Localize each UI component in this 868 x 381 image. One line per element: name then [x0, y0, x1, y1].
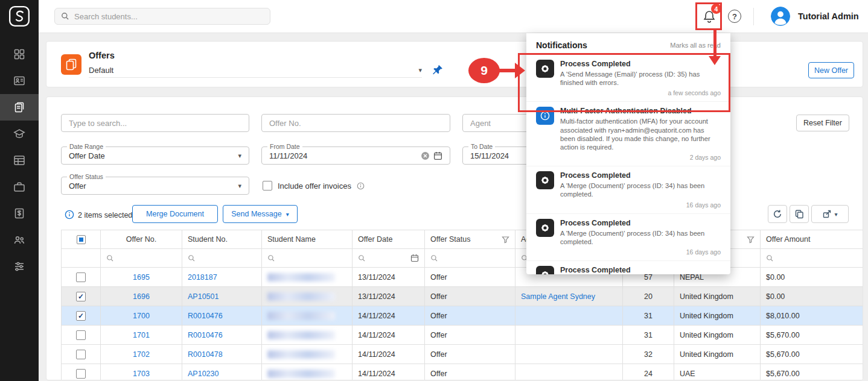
col-student-no[interactable]: Student No.	[182, 230, 262, 248]
topbar-divider	[753, 8, 754, 25]
sidebar-item-courses[interactable]	[0, 121, 39, 147]
col-offer-amount[interactable]: Offer Amount	[761, 230, 863, 248]
cell-agent[interactable]: Sample Agent Sydney	[515, 287, 623, 306]
cell-student-name	[262, 306, 353, 325]
date-range-label: Date Range	[67, 143, 106, 150]
cell-offer-no[interactable]: 1700	[101, 306, 182, 325]
search-icon	[106, 254, 114, 262]
cell-student-no[interactable]: AP10230	[182, 364, 262, 380]
offer-status-value: Offer	[69, 181, 234, 190]
calendar-icon[interactable]	[433, 151, 442, 160]
notification-item[interactable]: Process Completed A 'Merge (Document)' p…	[526, 214, 730, 261]
export-button[interactable]: ▾	[811, 205, 849, 223]
cell-offer-no[interactable]: 1695	[101, 268, 182, 286]
sidebar-item-reports[interactable]	[0, 147, 39, 174]
sidebar-item-students[interactable]	[0, 68, 39, 94]
cell-count: 32	[623, 345, 674, 364]
redacted-student-name	[267, 273, 335, 282]
filter-student-name[interactable]	[262, 249, 353, 267]
cell-count: 24	[623, 364, 674, 380]
info-icon	[357, 182, 365, 190]
new-offer-button[interactable]: New Offer	[808, 62, 854, 78]
sidebar-item-settings[interactable]	[0, 253, 39, 280]
row-checkbox[interactable]	[76, 272, 86, 282]
sidebar-item-finance[interactable]	[0, 200, 39, 227]
cell-offer-no[interactable]: 1696	[101, 287, 182, 306]
sidebar-item-offers[interactable]	[0, 94, 39, 121]
filter-offer-amount[interactable]	[761, 249, 863, 267]
grid-header-row: Offer No. Student No. Student Name Offer…	[62, 230, 863, 249]
cell-offer-no[interactable]: 1701	[101, 326, 182, 344]
col-offer-date[interactable]: Offer Date	[353, 230, 425, 248]
from-date-field[interactable]: From Date 11/11/2024	[261, 146, 450, 165]
table-row: 1695 2018187 13/11/2024 Offer 57 NEPAL $…	[62, 268, 863, 287]
row-checkbox[interactable]: ✓	[76, 292, 86, 301]
table-row: 1702 R0010478 14/11/2024 Offer 32 United…	[62, 345, 863, 364]
filter-icon[interactable]	[502, 236, 509, 244]
cell-student-name	[262, 268, 353, 286]
process-icon	[536, 171, 554, 189]
row-checkbox[interactable]	[76, 369, 86, 379]
notification-item[interactable]: Process Completed A 'Merge (Document)' p…	[526, 166, 730, 213]
cell-student-no[interactable]: R0010478	[182, 345, 262, 364]
filter-offer-date[interactable]	[353, 249, 425, 267]
cell-offer-no[interactable]: 1702	[101, 345, 182, 364]
cell-offer-date: 13/11/2024	[353, 268, 425, 286]
cell-student-no[interactable]: R0010476	[182, 326, 262, 344]
app-logo-icon[interactable]	[8, 5, 31, 28]
type-to-search-input[interactable]	[69, 119, 241, 128]
table-row: ✓ 1700 R0010476 14/11/2024 Offer 31 Unit…	[62, 306, 863, 326]
filter-offer-status[interactable]	[425, 249, 515, 267]
search-students-input[interactable]	[74, 12, 264, 21]
notification-body: A 'Merge (Document)' process (ID: 34) ha…	[560, 229, 721, 246]
user-name[interactable]: Tutorial Admin	[798, 11, 859, 21]
notification-time: 16 days ago	[560, 201, 721, 209]
col-offer-no[interactable]: Offer No.	[101, 230, 182, 248]
sidebar-item-dashboard[interactable]	[0, 41, 39, 68]
send-message-button[interactable]: Send Message ▾	[223, 205, 298, 223]
redacted-student-name	[267, 312, 335, 320]
page-header-card: Offers Default ▾ New Offer	[46, 41, 863, 87]
col-offer-status[interactable]: Offer Status	[425, 230, 515, 248]
cell-offer-no[interactable]: 1703	[101, 364, 182, 380]
cell-student-no[interactable]: 2018187	[182, 268, 262, 286]
row-checkbox[interactable]	[76, 330, 86, 340]
filter-student-no[interactable]	[182, 249, 262, 267]
include-invoices-row: Include offer invoices	[263, 181, 365, 190]
cell-student-no[interactable]: AP10501	[182, 287, 262, 306]
reset-filter-button[interactable]: Reset Filter	[796, 115, 849, 131]
row-checkbox[interactable]	[76, 350, 86, 359]
date-range-select[interactable]: Date Range Offer Date ▾	[61, 146, 249, 165]
table-row: ✓ 1696 AP10501 13/11/2024 Offer Sample A…	[62, 287, 863, 306]
cell-student-name	[262, 287, 353, 306]
help-icon[interactable]: ?	[728, 10, 741, 23]
select-all-checkbox[interactable]	[77, 235, 86, 244]
offer-status-select[interactable]: Offer Status Offer ▾	[61, 177, 249, 195]
view-selector[interactable]: Default ▾	[89, 63, 422, 78]
sidebar-item-agents[interactable]	[0, 227, 39, 253]
process-icon	[536, 219, 554, 237]
copy-button[interactable]	[790, 205, 809, 223]
student-search	[54, 8, 270, 25]
col-student-name[interactable]: Student Name	[262, 230, 353, 248]
cell-offer-date: 14/11/2024	[353, 364, 425, 380]
copy-icon	[794, 209, 804, 219]
filter-icon[interactable]	[747, 236, 755, 244]
calendar-icon[interactable]	[410, 254, 419, 262]
refresh-button[interactable]	[768, 205, 787, 223]
cell-agent	[515, 364, 623, 380]
row-checkbox[interactable]: ✓	[76, 311, 86, 321]
sidebar-item-services[interactable]	[0, 174, 39, 200]
include-invoices-checkbox[interactable]	[263, 181, 272, 190]
offer-no-input[interactable]	[269, 119, 442, 128]
sidebar-nav	[0, 41, 39, 280]
grid-filter-row	[62, 249, 863, 268]
view-selector-value: Default	[89, 66, 113, 75]
pin-icon[interactable]	[432, 64, 444, 76]
clear-icon[interactable]	[421, 151, 430, 160]
merge-document-button[interactable]: Merge Document	[132, 205, 218, 223]
cell-student-no[interactable]: R0010476	[182, 306, 262, 325]
filter-offer-no[interactable]	[101, 249, 182, 267]
notification-item[interactable]: Process Completed	[526, 261, 730, 274]
user-avatar[interactable]	[771, 7, 790, 26]
